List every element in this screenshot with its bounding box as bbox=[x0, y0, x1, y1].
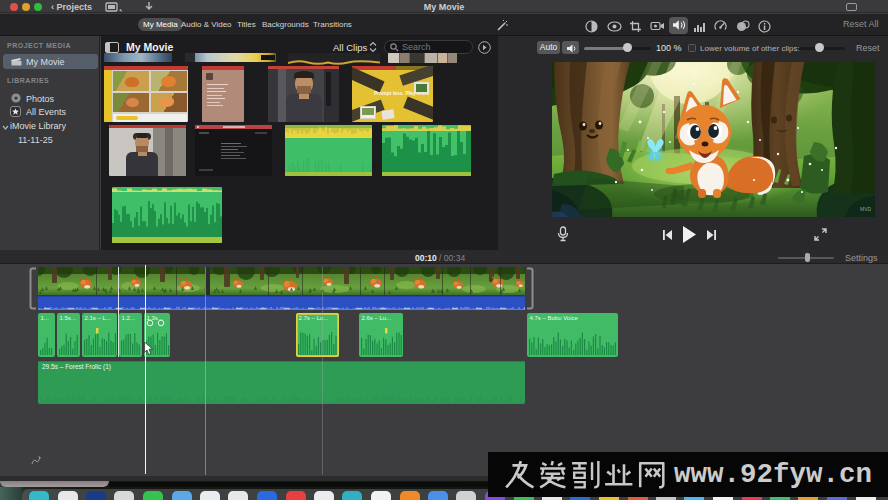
svg-text:MVD: MVD bbox=[860, 206, 872, 212]
